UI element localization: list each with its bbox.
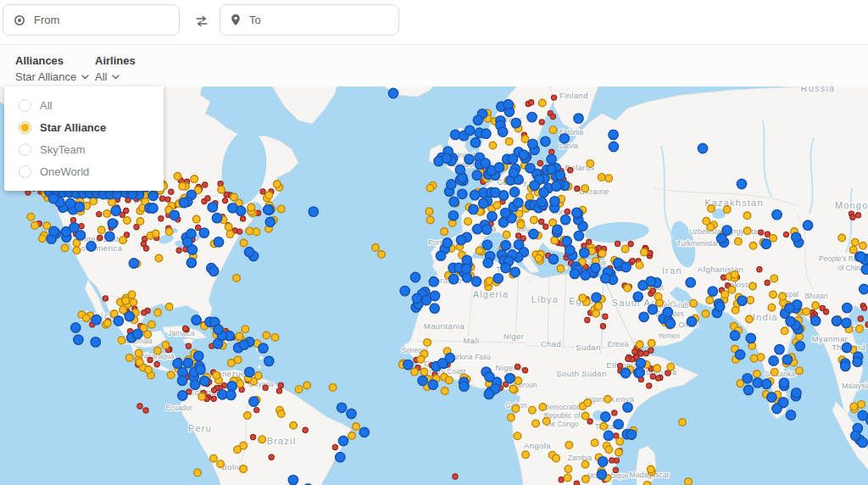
airport-dot-yellow[interactable] <box>754 371 761 378</box>
airport-dot-red[interactable] <box>154 362 159 367</box>
airport-dot-yellow[interactable] <box>735 238 743 246</box>
airport-dot-yellow[interactable] <box>246 227 253 235</box>
airport-dot-yellow[interactable] <box>531 216 538 224</box>
airport-dot-blue[interactable] <box>626 430 636 439</box>
airport-dot-blue[interactable] <box>456 236 465 245</box>
airport-dot-yellow[interactable] <box>167 371 175 379</box>
airport-dot-blue[interactable] <box>604 431 613 440</box>
airport-dot-blue[interactable] <box>570 269 579 278</box>
airport-dot-blue[interactable] <box>761 239 771 248</box>
airport-dot-red[interactable] <box>159 216 164 221</box>
from-input[interactable] <box>32 13 179 27</box>
airport-dot-yellow[interactable] <box>779 293 787 300</box>
airport-dot-red[interactable] <box>565 209 570 214</box>
airport-dot-blue[interactable] <box>491 188 500 198</box>
airport-dot-blue[interactable] <box>552 181 561 191</box>
airport-dot-blue[interactable] <box>494 163 504 172</box>
airport-dot-red[interactable] <box>186 343 191 348</box>
airport-dot-yellow[interactable] <box>248 203 255 211</box>
airport-dot-yellow[interactable] <box>851 238 859 246</box>
airport-dot-blue[interactable] <box>470 138 480 148</box>
airport-dot-blue[interactable] <box>108 219 117 228</box>
airport-dot-blue[interactable] <box>245 248 254 257</box>
airport-dot-blue[interactable] <box>592 293 601 302</box>
airport-dot-blue[interactable] <box>530 181 539 190</box>
airport-dot-red[interactable] <box>97 235 103 240</box>
airport-dot-red[interactable] <box>205 196 210 201</box>
airport-dot-blue[interactable] <box>482 240 492 249</box>
airport-dot-blue[interactable] <box>737 296 747 305</box>
airport-dot-yellow[interactable] <box>329 384 337 392</box>
airport-dot-yellow[interactable] <box>122 297 130 304</box>
airport-dot-yellow[interactable] <box>616 438 624 445</box>
airport-dot-yellow[interactable] <box>557 265 565 273</box>
airport-dot-yellow[interactable] <box>750 354 758 362</box>
airport-dot-yellow[interactable] <box>103 320 111 327</box>
airport-dot-blue[interactable] <box>173 359 182 368</box>
airport-dot-red[interactable] <box>650 288 655 293</box>
airport-dot-red[interactable] <box>276 388 281 393</box>
airport-dot-yellow[interactable] <box>27 214 35 221</box>
airport-dot-yellow[interactable] <box>702 310 709 318</box>
airport-dot-yellow[interactable] <box>155 254 163 262</box>
airport-dot-blue[interactable] <box>479 198 488 208</box>
airport-dot-blue[interactable] <box>465 125 475 135</box>
airport-dot-yellow[interactable] <box>781 327 788 335</box>
airport-dot-blue[interactable] <box>148 203 158 213</box>
airport-dot-yellow[interactable] <box>838 234 846 242</box>
airport-dot-blue[interactable] <box>403 360 413 370</box>
airport-dot-red[interactable] <box>615 241 620 246</box>
airport-dot-blue[interactable] <box>804 220 813 230</box>
airport-dot-red[interactable] <box>224 192 229 197</box>
airport-dot-blue[interactable] <box>501 263 510 272</box>
airport-dot-blue[interactable] <box>528 139 537 148</box>
airport-dot-yellow[interactable] <box>595 303 603 310</box>
airport-dot-yellow[interactable] <box>667 363 675 371</box>
airlines-dropdown-trigger[interactable]: All <box>95 70 120 83</box>
airport-dot-yellow[interactable] <box>278 410 286 418</box>
airport-dot-red[interactable] <box>176 248 181 253</box>
airport-dot-blue[interactable] <box>91 337 100 347</box>
airport-dot-blue[interactable] <box>388 88 398 98</box>
airport-dot-yellow[interactable] <box>679 419 687 426</box>
airport-dot-blue[interactable] <box>461 265 470 274</box>
airport-dot-yellow[interactable] <box>521 136 529 143</box>
airport-dot-blue[interactable] <box>565 245 575 254</box>
airport-dot-blue[interactable] <box>772 404 782 413</box>
airport-dot-blue[interactable] <box>309 207 318 216</box>
airport-dot-blue[interactable] <box>665 319 675 328</box>
airport-dot-blue[interactable] <box>550 197 559 206</box>
airport-dot-red[interactable] <box>551 95 556 100</box>
airport-dot-blue[interactable] <box>482 225 492 234</box>
alliance-option-all[interactable]: All <box>4 94 164 116</box>
airport-dot-blue[interactable] <box>785 304 794 313</box>
airport-dot-blue[interactable] <box>737 179 746 188</box>
airport-dot-blue[interactable] <box>539 187 548 197</box>
airport-dot-red[interactable] <box>647 383 652 388</box>
airport-dot-blue[interactable] <box>227 382 236 391</box>
airport-dot-yellow[interactable] <box>348 432 356 440</box>
airport-dot-blue[interactable] <box>180 198 189 208</box>
airport-dot-yellow[interactable] <box>517 221 525 229</box>
airport-dot-yellow[interactable] <box>244 412 252 420</box>
airport-dot-yellow[interactable] <box>598 250 606 258</box>
airport-dot-blue[interactable] <box>811 316 821 326</box>
airport-dot-blue[interactable] <box>483 258 492 267</box>
airport-dot-yellow[interactable] <box>236 332 243 340</box>
airport-dot-yellow[interactable] <box>97 226 105 234</box>
airport-dot-blue[interactable] <box>177 376 186 385</box>
airport-dot-yellow[interactable] <box>654 293 662 300</box>
airport-dot-yellow[interactable] <box>598 174 605 181</box>
airport-dot-blue[interactable] <box>472 170 481 180</box>
radio-icon[interactable] <box>19 165 31 178</box>
airport-dot-blue[interactable] <box>70 223 79 232</box>
airport-dot-yellow[interactable] <box>600 423 608 431</box>
radio-icon[interactable] <box>19 143 31 156</box>
airport-dot-yellow[interactable] <box>446 376 453 384</box>
airport-dot-yellow[interactable] <box>508 414 515 421</box>
radio-icon[interactable] <box>19 99 31 112</box>
airport-dot-blue[interactable] <box>510 267 520 276</box>
airport-dot-blue[interactable] <box>338 436 348 445</box>
airport-dot-blue[interactable] <box>753 378 762 387</box>
airport-dot-blue[interactable] <box>347 409 356 418</box>
